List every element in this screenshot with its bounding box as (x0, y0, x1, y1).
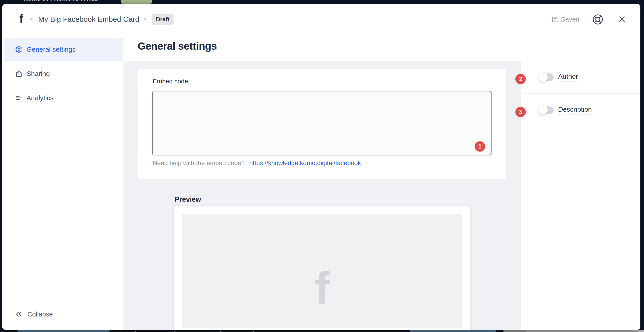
sidebar-item-general-settings[interactable]: General settings (4, 38, 123, 61)
draft-status-badge: Draft (152, 14, 174, 25)
description-toggle-label: Description (558, 106, 592, 115)
background-page-top: Komo 90 / Komo XPA Hub (0, 0, 644, 4)
description-toggle-row: Description (521, 94, 640, 127)
author-toggle-label: Author (558, 72, 578, 82)
header-actions: Saved (551, 13, 626, 26)
embed-help-row: Need help with the embed code? https://k… (153, 159, 361, 167)
double-chevron-left-icon (15, 311, 22, 318)
preview-card: f (174, 206, 470, 330)
background-accent-bar (410, 330, 496, 332)
author-toggle-row: Author (521, 61, 640, 94)
card-title: My Big Facebook Embed Card (38, 15, 139, 23)
description-toggle[interactable] (539, 106, 554, 114)
sidebar-item-label: Analytics (26, 94, 54, 102)
floppy-save-icon (551, 16, 558, 23)
close-icon (618, 15, 626, 24)
textarea-resize-handle[interactable] (487, 150, 492, 155)
collapse-sidebar-button[interactable]: Collapse (15, 311, 53, 318)
saved-indicator: Saved (551, 16, 580, 23)
step-badge-1: 1 (475, 141, 485, 152)
embed-code-card: Embed code Need help with the embed code… (138, 68, 506, 179)
step-badge-3: 3 (516, 107, 526, 117)
card-editor-modal: f My Big Facebook Embed Card Draft Saved… (2, 4, 640, 330)
bars-icon (15, 94, 23, 102)
display-options-panel: Author Description (521, 61, 640, 330)
preview-placeholder-area: f (182, 214, 462, 329)
background-scrollbar-fragment (504, 330, 526, 332)
gear-icon (15, 45, 23, 53)
lifebuoy-support-icon (592, 13, 604, 26)
embed-help-text: Need help with the embed code? (153, 159, 245, 167)
settings-sidebar: General settings Sharing Analytics Colla… (2, 35, 123, 330)
sidebar-item-label: Sharing (26, 70, 50, 77)
page-title: General settings (138, 40, 217, 52)
toggle-knob (538, 72, 548, 82)
background-breadcrumb-text: Komo 90 / Komo XPA Hub (24, 0, 98, 2)
step-badge-2: 2 (516, 74, 526, 84)
sidebar-item-sharing[interactable]: Sharing (2, 62, 123, 85)
internal-name-text: Internal name: My Big Memory Challenge C… (114, 330, 262, 332)
sidebar-item-label: General settings (26, 46, 76, 53)
author-toggle[interactable] (539, 73, 554, 81)
edit-icon (257, 331, 262, 332)
embed-help-link[interactable]: https://knowledge.komo.digital/facebook (249, 159, 361, 167)
internal-name-label: Internal name: My Big Memory Challenge C… (114, 330, 254, 332)
facebook-logo-icon: f (19, 12, 24, 24)
preview-heading: Preview (175, 195, 201, 204)
sidebar-item-analytics[interactable]: Analytics (2, 87, 123, 109)
saved-label: Saved (561, 16, 580, 23)
toggle-knob (538, 106, 548, 115)
background-scrollbar-fragment (526, 330, 644, 332)
heading-band: General settings (124, 35, 640, 61)
support-button[interactable] (592, 13, 604, 26)
embed-code-label: Embed code (153, 78, 188, 85)
background-status-badge (121, 0, 152, 3)
share-icon (15, 70, 23, 78)
facebook-placeholder-icon: f (182, 268, 462, 308)
background-page-bottom: Internal name: My Big Memory Challenge C… (0, 330, 644, 332)
embed-code-input[interactable] (152, 91, 492, 155)
dot-separator (144, 18, 146, 20)
modal-header: f My Big Facebook Embed Card Draft Saved (2, 4, 640, 35)
background-accent-bar (18, 330, 110, 332)
collapse-label: Collapse (28, 311, 53, 318)
close-button[interactable] (618, 15, 626, 24)
dot-separator (30, 18, 32, 20)
